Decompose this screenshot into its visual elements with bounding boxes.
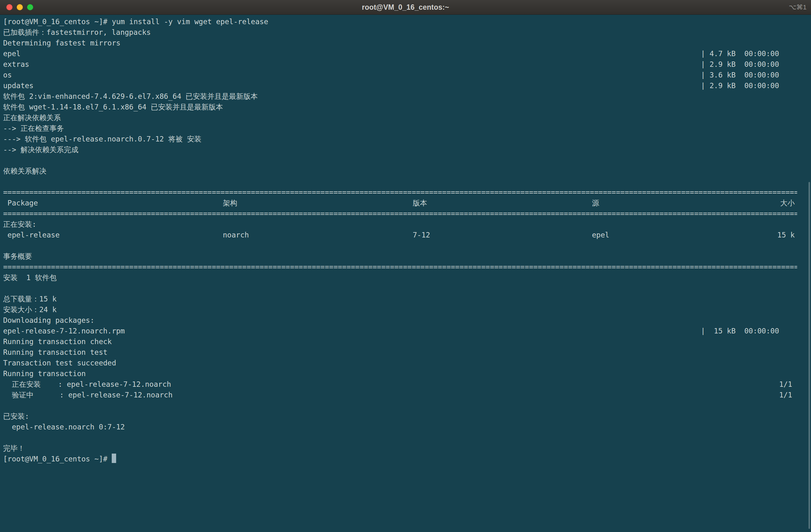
terminal-line: epel| 4.7 kB 00:00:00 (3, 48, 811, 59)
terminal-line (3, 240, 811, 251)
terminal-line: Downloading packages: (3, 315, 811, 326)
terminal-line (3, 400, 811, 411)
terminal-line: Running transaction test (3, 347, 811, 358)
prompt-line: [root@VM_0_16_centos ~]# (3, 454, 811, 464)
titlebar[interactable]: root@VM_0_16_centos:~ ⌥⌘1 (0, 0, 811, 15)
window-title: root@VM_0_16_centos:~ (0, 3, 811, 12)
terminal-line: 已安装: (3, 411, 811, 422)
terminal-line: 已加载插件：fastestmirror, langpacks (3, 27, 811, 38)
terminal-line: epel-release.noarch 0:7-12 (3, 422, 811, 432)
terminal-line (3, 432, 811, 443)
terminal-line: 正在解决依赖关系 (3, 112, 811, 123)
terminal-line: [root@VM_0_16_centos ~]# yum install -y … (3, 16, 811, 27)
terminal-line: 软件包 2:vim-enhanced-7.4.629-6.el7.x86_64 … (3, 91, 811, 101)
terminal-line: Transaction test succeeded (3, 358, 811, 368)
terminal-line: 安装大小：24 k (3, 304, 811, 315)
terminal-line: 软件包 wget-1.14-18.el7_6.1.x86_64 已安装并且是最新… (3, 101, 811, 112)
separator-line: ========================================… (3, 187, 797, 198)
terminal-output[interactable]: [root@VM_0_16_centos ~]# yum install -y … (0, 15, 811, 532)
terminal-line: Determining fastest mirrors (3, 38, 811, 48)
terminal-line (3, 155, 811, 166)
terminal-line: ---> 软件包 epel-release.noarch.0.7-12 将被 安… (3, 134, 811, 144)
terminal-line: Running transaction check (3, 336, 811, 347)
terminal-line: 正在安装: (3, 219, 811, 230)
terminal-line: 完毕！ (3, 443, 811, 454)
terminal-window: root@VM_0_16_centos:~ ⌥⌘1 [root@VM_0_16_… (0, 0, 811, 532)
terminal-cursor (112, 454, 116, 463)
terminal-line: 验证中 : epel-release-7-12.noarch1/1 (3, 390, 811, 400)
traffic-lights (6, 0, 33, 14)
close-button[interactable] (6, 4, 13, 10)
terminal-line: 依赖关系解决 (3, 166, 811, 176)
terminal-line: 正在安装 : epel-release-7-12.noarch1/1 (3, 379, 811, 390)
terminal-line: epel-release-7-12.noarch.rpm| 15 kB 00:0… (3, 326, 811, 336)
terminal-line: os| 3.6 kB 00:00:00 (3, 69, 811, 80)
terminal-line: extras| 2.9 kB 00:00:00 (3, 59, 811, 69)
minimize-button[interactable] (17, 4, 23, 10)
terminal-line: 安装 1 软件包 (3, 272, 811, 283)
terminal-line: --> 解决依赖关系完成 (3, 144, 811, 155)
tab-shortcut-label: ⌥⌘1 (789, 0, 807, 14)
scrollbar[interactable] (809, 182, 810, 529)
terminal-line: --> 正在检查事务 (3, 123, 811, 134)
terminal-line: Running transaction (3, 368, 811, 379)
table-row: epel-releasenoarch7-12epel15 k (3, 230, 811, 240)
zoom-button[interactable] (27, 4, 33, 10)
terminal-line (3, 283, 811, 294)
terminal-line: 事务概要 (3, 251, 811, 262)
table-row: Package架构版本源大小 (3, 198, 811, 208)
separator-line: ========================================… (3, 262, 797, 272)
terminal-line: updates| 2.9 kB 00:00:00 (3, 80, 811, 91)
terminal-line: 总下载量：15 k (3, 294, 811, 304)
separator-line: ========================================… (3, 208, 797, 219)
terminal-line (3, 176, 811, 187)
